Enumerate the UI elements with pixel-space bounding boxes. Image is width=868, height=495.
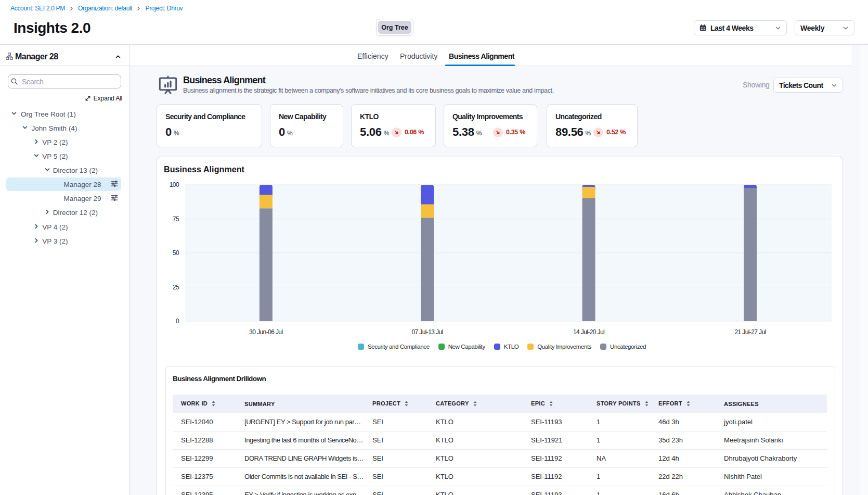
svg-text:25: 25 — [173, 284, 179, 291]
svg-text:07 Jul-13 Jul: 07 Jul-13 Jul — [411, 328, 443, 336]
svg-text:100: 100 — [170, 181, 179, 188]
svg-text:0: 0 — [176, 318, 179, 325]
svg-text:75: 75 — [173, 215, 179, 223]
svg-text:30 Jun-06 Jul: 30 Jun-06 Jul — [249, 328, 282, 336]
svg-text:50: 50 — [173, 249, 179, 257]
svg-text:21 Jul-27 Jul: 21 Jul-27 Jul — [734, 328, 766, 336]
svg-text:14 Jul-20 Jul: 14 Jul-20 Jul — [573, 328, 604, 336]
